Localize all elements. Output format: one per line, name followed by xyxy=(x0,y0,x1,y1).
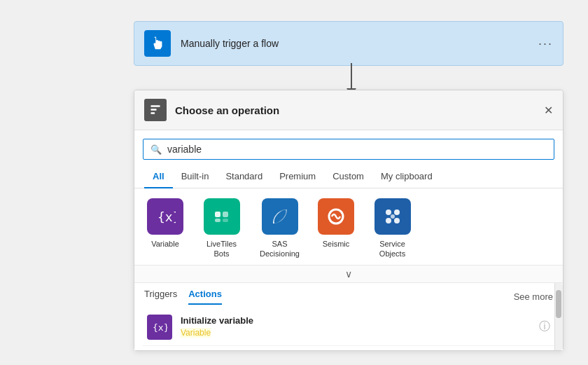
action-variable-svg: {x} xyxy=(152,319,167,335)
tab-custom[interactable]: Custom xyxy=(324,165,372,188)
arrow-line xyxy=(351,63,352,88)
sas-label: SAS Decisioning xyxy=(257,239,302,259)
scrollbar[interactable] xyxy=(554,283,563,350)
svg-point-9 xyxy=(386,209,391,215)
see-more-button[interactable]: See more xyxy=(514,291,553,302)
action-sub: Variable xyxy=(181,328,211,338)
svg-point-11 xyxy=(386,218,391,223)
tab-premium[interactable]: Premium xyxy=(271,165,324,188)
svg-point-10 xyxy=(394,209,400,215)
action-list: {x} Initialize variable Variable ⓘ xyxy=(134,305,563,350)
chevron-icon: ∨ xyxy=(345,268,352,280)
sub-tab-bar: Triggers Actions See more xyxy=(134,283,563,305)
svg-point-13 xyxy=(391,214,395,219)
svg-rect-7 xyxy=(223,219,228,222)
service-objects-svg xyxy=(382,205,404,228)
livetiles-icon xyxy=(204,198,240,235)
bottom-section: Triggers Actions See more {x} Initialize… xyxy=(134,282,563,350)
action-icon-variable: {x} xyxy=(147,315,172,340)
trigger-card: Manually trigger a flow ··· xyxy=(134,21,564,66)
connector-livetiles[interactable]: LiveTiles Bots xyxy=(199,198,244,259)
panel-title: Choose an operation xyxy=(175,104,536,116)
trigger-title: Manually trigger a flow xyxy=(181,38,528,49)
svg-rect-6 xyxy=(215,219,220,222)
connector-sas[interactable]: SAS Decisioning xyxy=(257,198,302,259)
operation-panel: Choose an operation ✕ 🔍 All Built-in Sta… xyxy=(134,90,564,351)
variable-label: Variable xyxy=(151,239,179,249)
operation-icon xyxy=(148,103,162,117)
tab-bar: All Built-in Standard Premium Custom My … xyxy=(134,165,563,188)
tab-triggers[interactable]: Triggers xyxy=(144,289,177,305)
search-bar: 🔍 xyxy=(143,139,554,160)
connector-variable[interactable]: {x} Variable xyxy=(144,198,186,249)
hand-icon xyxy=(150,36,165,51)
seismic-svg xyxy=(325,205,347,228)
tab-standard[interactable]: Standard xyxy=(217,165,271,188)
svg-point-12 xyxy=(394,218,400,223)
svg-rect-2 xyxy=(150,112,155,114)
service-objects-icon xyxy=(374,198,411,235)
svg-rect-5 xyxy=(223,212,228,217)
panel-header-icon xyxy=(144,99,167,121)
tab-builtin[interactable]: Built-in xyxy=(173,165,218,188)
search-icon: 🔍 xyxy=(150,144,162,155)
table-row[interactable]: {x} Initialize variable Variable ⓘ xyxy=(143,309,554,346)
livetiles-svg xyxy=(211,206,232,227)
connectors-section: {x} Variable LiveTiles Bots xyxy=(134,188,563,265)
action-name: Initialize variable xyxy=(181,315,531,326)
sub-tabs-left: Triggers Actions xyxy=(144,289,222,305)
panel-header: Choose an operation ✕ xyxy=(134,90,563,130)
svg-rect-0 xyxy=(150,105,160,107)
tab-clipboard[interactable]: My clipboard xyxy=(372,165,441,188)
connectors-grid: {x} Variable LiveTiles Bots xyxy=(144,198,553,259)
trigger-more-button[interactable]: ··· xyxy=(538,36,553,51)
svg-rect-4 xyxy=(215,212,220,217)
seismic-icon xyxy=(318,198,354,235)
scroll-thumb[interactable] xyxy=(556,290,561,318)
service-objects-label: Service Objects xyxy=(370,239,415,259)
tab-actions[interactable]: Actions xyxy=(188,289,222,305)
tab-all[interactable]: All xyxy=(144,165,173,188)
panel-close-button[interactable]: ✕ xyxy=(544,104,553,117)
connector-service-objects[interactable]: Service Objects xyxy=(370,198,415,259)
variable-svg: {x} xyxy=(155,206,176,227)
action-text: Initialize variable Variable xyxy=(181,315,531,338)
svg-rect-1 xyxy=(150,109,156,111)
connector-seismic[interactable]: Seismic xyxy=(315,198,357,249)
variable-icon: {x} xyxy=(147,198,183,235)
seismic-label: Seismic xyxy=(323,239,350,249)
livetiles-label: LiveTiles Bots xyxy=(199,239,244,259)
trigger-icon xyxy=(144,30,171,57)
chevron-divider[interactable]: ∨ xyxy=(134,265,563,282)
svg-text:{x}: {x} xyxy=(153,322,167,333)
sas-svg xyxy=(269,205,291,228)
action-info-icon[interactable]: ⓘ xyxy=(539,319,550,334)
sas-icon xyxy=(262,198,298,235)
svg-text:{x}: {x} xyxy=(158,209,176,224)
search-input[interactable] xyxy=(167,144,547,155)
